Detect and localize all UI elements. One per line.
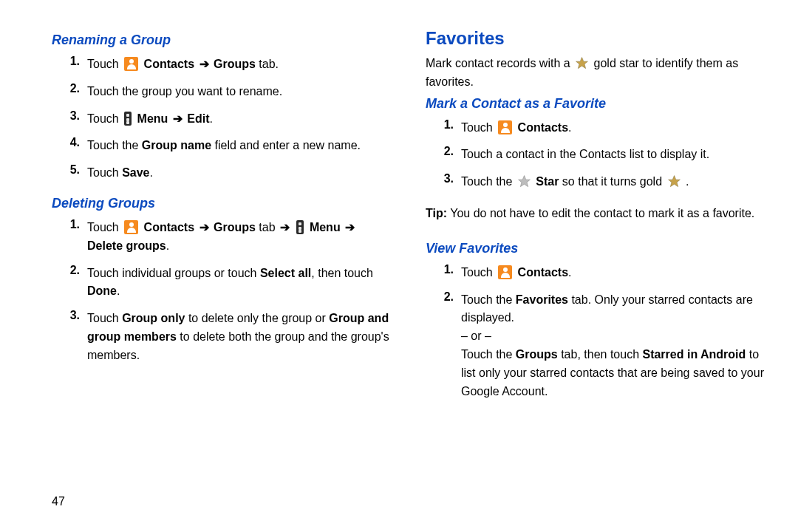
step-number: 2. bbox=[433, 143, 461, 161]
step-number: 3. bbox=[59, 307, 87, 325]
step-item: 2. Touch individual groups or touch Sele… bbox=[52, 262, 392, 304]
text-bold: Contacts bbox=[144, 58, 194, 70]
text: , then touch bbox=[311, 267, 373, 279]
text: Touch bbox=[87, 221, 122, 233]
text: Touch bbox=[87, 166, 122, 179]
right-column: Favorites Mark contact records with a go… bbox=[426, 28, 765, 414]
arrow-icon: ➔ bbox=[279, 219, 291, 237]
text: field and enter a new name. bbox=[211, 139, 361, 151]
step-text: Touch the Favorites tab. Only your starr… bbox=[461, 291, 765, 401]
text: Touch the bbox=[461, 348, 516, 361]
text: Touch bbox=[461, 121, 496, 134]
svg-marker-1 bbox=[518, 176, 530, 187]
manual-page: Renaming a Group 1. Touch Contacts ➔ Gro… bbox=[0, 0, 798, 532]
menu-icon bbox=[296, 220, 304, 234]
subsection-heading-deleting: Deleting Groups bbox=[52, 196, 392, 211]
text: Touch bbox=[87, 58, 122, 70]
text: so that it turns gold bbox=[562, 175, 666, 188]
steps-mark-favorite: 1. Touch Contacts. 2. Touch a contact in… bbox=[426, 116, 765, 194]
step-number: 2. bbox=[59, 80, 87, 98]
text-bold: Contacts bbox=[144, 221, 194, 233]
text-bold: Done bbox=[87, 284, 117, 297]
star-grey-icon bbox=[517, 174, 531, 188]
step-text: Touch the group you want to rename. bbox=[87, 83, 282, 101]
two-column-layout: Renaming a Group 1. Touch Contacts ➔ Gro… bbox=[52, 28, 768, 414]
tip-text: Tip: You do not have to edit the contact… bbox=[426, 205, 765, 223]
step-text: Touch Contacts. bbox=[461, 119, 572, 137]
star-gold-icon bbox=[667, 174, 681, 188]
step-number: 1. bbox=[59, 52, 87, 71]
page-number: 47 bbox=[52, 495, 65, 508]
step-item: 3. Touch the Star so that it turns gold … bbox=[426, 170, 765, 194]
text-bold: Menu bbox=[310, 221, 341, 233]
step-item: 2. Touch a contact in the Contacts list … bbox=[426, 143, 765, 167]
step-number: 2. bbox=[59, 262, 87, 280]
step-text: Touch individual groups or touch Select … bbox=[87, 265, 392, 301]
text: . bbox=[568, 121, 571, 134]
text-bold: Groups bbox=[214, 221, 256, 233]
text: Touch bbox=[87, 112, 122, 125]
arrow-icon: ➔ bbox=[198, 219, 211, 237]
svg-marker-0 bbox=[576, 58, 588, 69]
text: Touch individual groups or touch bbox=[87, 267, 260, 279]
step-number: 2. bbox=[433, 288, 461, 307]
star-gold-icon bbox=[575, 56, 589, 70]
text-bold: Menu bbox=[137, 112, 168, 125]
text-bold: Groups bbox=[516, 348, 558, 361]
subsection-heading-mark-favorite: Mark a Contact as a Favorite bbox=[426, 96, 765, 112]
step-item: 5. Touch Save. bbox=[52, 161, 392, 185]
text-bold: Delete groups bbox=[87, 239, 166, 252]
contacts-icon bbox=[124, 220, 138, 234]
text-bold: Groups bbox=[214, 58, 256, 70]
subsection-heading-renaming: Renaming a Group bbox=[52, 33, 392, 48]
intro-text: Mark contact records with a gold star to… bbox=[426, 55, 765, 92]
step-text: Touch Menu ➔ Edit. bbox=[87, 110, 213, 129]
step-item: 3. Touch Menu ➔ Edit. bbox=[52, 107, 392, 132]
text: Touch the bbox=[461, 175, 516, 188]
step-item: 3. Touch Group only to delete only the g… bbox=[52, 307, 392, 367]
text: tab. bbox=[259, 58, 279, 70]
text: You do not have to edit the contact to m… bbox=[447, 207, 754, 219]
step-item: 2. Touch the Favorites tab. Only your st… bbox=[426, 288, 765, 404]
step-item: 1. Touch Contacts ➔ Groups tab ➔ Menu ➔ … bbox=[52, 216, 392, 259]
step-text: Touch Contacts ➔ Groups tab. bbox=[87, 55, 279, 74]
text: – or – bbox=[461, 330, 491, 342]
steps-deleting-groups: 1. Touch Contacts ➔ Groups tab ➔ Menu ➔ … bbox=[52, 216, 392, 368]
step-text: Touch the Group name field and enter a n… bbox=[87, 137, 361, 155]
step-item: 1. Touch Contacts ➔ Groups tab. bbox=[52, 52, 392, 77]
steps-view-favorites: 1. Touch Contacts. 2. Touch the Favorite… bbox=[426, 261, 765, 404]
text-bold: Save bbox=[122, 166, 149, 179]
subsection-heading-view-favorites: View Favorites bbox=[426, 241, 765, 256]
text: . bbox=[117, 284, 120, 297]
menu-icon bbox=[124, 112, 132, 126]
contacts-icon bbox=[498, 265, 512, 279]
text-bold: Contacts bbox=[518, 121, 568, 134]
text-bold: Contacts bbox=[518, 266, 568, 279]
text-bold: Edit bbox=[187, 112, 209, 125]
text-bold: Group name bbox=[142, 139, 211, 151]
text-bold: Star bbox=[536, 175, 559, 188]
step-number: 3. bbox=[59, 107, 87, 126]
step-item: 1. Touch Contacts. bbox=[426, 261, 765, 285]
text: Touch the bbox=[87, 139, 142, 151]
text: tab, then touch bbox=[558, 348, 643, 361]
text: Touch the bbox=[461, 293, 516, 306]
step-number: 1. bbox=[433, 261, 461, 279]
text: . bbox=[166, 239, 169, 252]
contacts-icon bbox=[498, 120, 512, 134]
step-number: 5. bbox=[59, 161, 87, 180]
arrow-icon: ➔ bbox=[344, 219, 356, 237]
text: Touch bbox=[461, 266, 496, 279]
text: Mark contact records with a bbox=[426, 57, 573, 69]
text: tab bbox=[259, 221, 279, 233]
step-text: Touch Save. bbox=[87, 164, 153, 183]
step-item: 4. Touch the Group name field and enter … bbox=[52, 134, 392, 158]
svg-marker-2 bbox=[668, 176, 680, 187]
text: Touch bbox=[87, 312, 122, 324]
text: . bbox=[568, 266, 571, 279]
step-text: Touch Contacts. bbox=[461, 264, 572, 282]
tip-label: Tip: bbox=[426, 207, 447, 219]
step-number: 4. bbox=[59, 134, 87, 152]
step-text: Touch Group only to delete only the grou… bbox=[87, 310, 392, 364]
text-bold: Favorites bbox=[516, 293, 568, 306]
